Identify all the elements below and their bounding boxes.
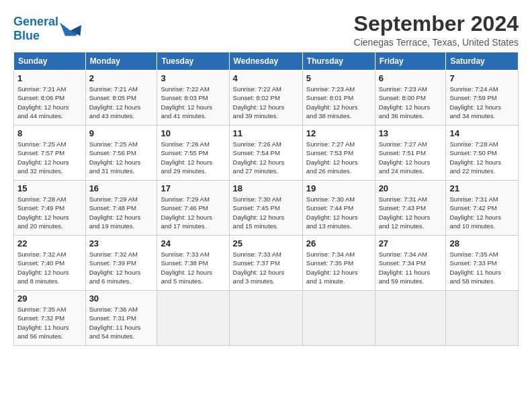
logo-text: General Blue <box>13 15 58 42</box>
calendar-day-cell: 3Sunrise: 7:22 AM Sunset: 8:03 PM Daylig… <box>157 71 229 126</box>
calendar-day-cell: 30Sunrise: 7:36 AM Sunset: 7:31 PM Dayli… <box>85 291 157 346</box>
calendar-day-cell <box>229 291 302 346</box>
day-number: 15 <box>17 183 82 193</box>
calendar-day-cell: 5Sunrise: 7:23 AM Sunset: 8:01 PM Daylig… <box>302 71 375 126</box>
calendar-day-cell: 24Sunrise: 7:33 AM Sunset: 7:38 PM Dayli… <box>157 236 229 291</box>
day-number: 19 <box>306 183 371 193</box>
day-number: 16 <box>89 183 154 193</box>
day-info: Sunrise: 7:22 AM Sunset: 8:03 PM Dayligh… <box>161 85 225 120</box>
calendar-day-header: Saturday <box>446 52 519 71</box>
day-info: Sunrise: 7:24 AM Sunset: 7:59 PM Dayligh… <box>449 85 515 120</box>
day-number: 4 <box>233 73 299 83</box>
day-info: Sunrise: 7:25 AM Sunset: 7:57 PM Dayligh… <box>17 140 82 175</box>
calendar-day-cell: 8Sunrise: 7:25 AM Sunset: 7:57 PM Daylig… <box>14 126 86 181</box>
calendar-day-cell: 7Sunrise: 7:24 AM Sunset: 7:59 PM Daylig… <box>446 71 519 126</box>
day-info: Sunrise: 7:29 AM Sunset: 7:46 PM Dayligh… <box>161 195 225 230</box>
day-number: 22 <box>17 238 82 248</box>
day-info: Sunrise: 7:31 AM Sunset: 7:42 PM Dayligh… <box>449 195 515 230</box>
day-number: 1 <box>17 73 82 83</box>
day-number: 8 <box>17 128 82 138</box>
calendar-day-cell: 23Sunrise: 7:32 AM Sunset: 7:39 PM Dayli… <box>85 236 157 291</box>
calendar-week-row: 15Sunrise: 7:28 AM Sunset: 7:49 PM Dayli… <box>14 181 519 236</box>
calendar-day-cell: 21Sunrise: 7:31 AM Sunset: 7:42 PM Dayli… <box>446 181 519 236</box>
day-info: Sunrise: 7:35 AM Sunset: 7:32 PM Dayligh… <box>17 305 82 340</box>
day-number: 30 <box>89 293 154 304</box>
calendar-day-cell: 17Sunrise: 7:29 AM Sunset: 7:46 PM Dayli… <box>157 181 229 236</box>
day-number: 29 <box>17 293 82 304</box>
day-info: Sunrise: 7:29 AM Sunset: 7:48 PM Dayligh… <box>89 195 154 230</box>
day-number: 18 <box>233 183 299 193</box>
calendar-day-cell: 27Sunrise: 7:34 AM Sunset: 7:34 PM Dayli… <box>375 236 446 291</box>
day-number: 7 <box>449 73 515 83</box>
calendar-day-cell: 29Sunrise: 7:35 AM Sunset: 7:32 PM Dayli… <box>14 291 86 346</box>
page: General Blue September 2024 Cienegas Ter… <box>0 0 532 353</box>
day-number: 3 <box>161 73 225 83</box>
day-info: Sunrise: 7:22 AM Sunset: 8:02 PM Dayligh… <box>233 85 299 120</box>
day-info: Sunrise: 7:32 AM Sunset: 7:39 PM Dayligh… <box>89 250 154 285</box>
day-info: Sunrise: 7:33 AM Sunset: 7:38 PM Dayligh… <box>161 250 225 285</box>
calendar-day-header: Monday <box>85 52 157 71</box>
calendar-week-row: 1Sunrise: 7:21 AM Sunset: 8:06 PM Daylig… <box>14 71 519 126</box>
day-info: Sunrise: 7:25 AM Sunset: 7:56 PM Dayligh… <box>89 140 154 175</box>
calendar-day-cell: 9Sunrise: 7:25 AM Sunset: 7:56 PM Daylig… <box>85 126 157 181</box>
calendar-day-cell: 14Sunrise: 7:28 AM Sunset: 7:50 PM Dayli… <box>446 126 519 181</box>
calendar-day-cell <box>375 291 446 346</box>
day-number: 5 <box>306 73 371 83</box>
day-info: Sunrise: 7:30 AM Sunset: 7:44 PM Dayligh… <box>306 195 371 230</box>
day-info: Sunrise: 7:35 AM Sunset: 7:33 PM Dayligh… <box>449 250 515 285</box>
day-number: 9 <box>89 128 154 138</box>
day-number: 17 <box>161 183 225 193</box>
day-info: Sunrise: 7:21 AM Sunset: 8:06 PM Dayligh… <box>17 85 82 120</box>
day-info: Sunrise: 7:27 AM Sunset: 7:51 PM Dayligh… <box>379 140 443 175</box>
day-info: Sunrise: 7:30 AM Sunset: 7:45 PM Dayligh… <box>233 195 299 230</box>
header: General Blue September 2024 Cienegas Ter… <box>13 12 519 48</box>
calendar-day-cell: 15Sunrise: 7:28 AM Sunset: 7:49 PM Dayli… <box>14 181 86 236</box>
subtitle: Cienegas Terrace, Texas, United States <box>354 37 519 48</box>
day-number: 2 <box>89 73 154 83</box>
logo: General Blue <box>13 15 81 42</box>
day-number: 6 <box>379 73 443 83</box>
title-block: September 2024 Cienegas Terrace, Texas, … <box>354 12 519 48</box>
calendar-day-cell: 22Sunrise: 7:32 AM Sunset: 7:40 PM Dayli… <box>14 236 86 291</box>
day-number: 11 <box>233 128 299 138</box>
calendar-day-header: Thursday <box>302 52 375 71</box>
calendar-day-cell: 25Sunrise: 7:33 AM Sunset: 7:37 PM Dayli… <box>229 236 302 291</box>
calendar-week-row: 22Sunrise: 7:32 AM Sunset: 7:40 PM Dayli… <box>14 236 519 291</box>
calendar-day-header: Tuesday <box>157 52 229 71</box>
day-number: 14 <box>449 128 515 138</box>
calendar-day-cell: 26Sunrise: 7:34 AM Sunset: 7:35 PM Dayli… <box>302 236 375 291</box>
day-number: 24 <box>161 238 225 248</box>
day-info: Sunrise: 7:36 AM Sunset: 7:31 PM Dayligh… <box>89 305 154 340</box>
calendar-week-row: 8Sunrise: 7:25 AM Sunset: 7:57 PM Daylig… <box>14 126 519 181</box>
day-number: 26 <box>306 238 371 248</box>
day-info: Sunrise: 7:23 AM Sunset: 8:00 PM Dayligh… <box>379 85 443 120</box>
calendar-day-cell <box>446 291 519 346</box>
calendar-day-cell <box>157 291 229 346</box>
day-info: Sunrise: 7:27 AM Sunset: 7:53 PM Dayligh… <box>306 140 371 175</box>
calendar-day-cell: 1Sunrise: 7:21 AM Sunset: 8:06 PM Daylig… <box>14 71 86 126</box>
day-info: Sunrise: 7:21 AM Sunset: 8:05 PM Dayligh… <box>89 85 154 120</box>
main-title: September 2024 <box>354 12 519 36</box>
day-info: Sunrise: 7:26 AM Sunset: 7:55 PM Dayligh… <box>161 140 225 175</box>
calendar-week-row: 29Sunrise: 7:35 AM Sunset: 7:32 PM Dayli… <box>14 291 519 346</box>
day-number: 12 <box>306 128 371 138</box>
day-info: Sunrise: 7:26 AM Sunset: 7:54 PM Dayligh… <box>233 140 299 175</box>
calendar-day-cell <box>302 291 375 346</box>
calendar-table: SundayMondayTuesdayWednesdayThursdayFrid… <box>13 52 519 346</box>
day-number: 28 <box>449 238 515 248</box>
calendar-day-cell: 4Sunrise: 7:22 AM Sunset: 8:02 PM Daylig… <box>229 71 302 126</box>
day-number: 21 <box>449 183 515 193</box>
day-info: Sunrise: 7:33 AM Sunset: 7:37 PM Dayligh… <box>233 250 299 285</box>
calendar-day-cell: 13Sunrise: 7:27 AM Sunset: 7:51 PM Dayli… <box>375 126 446 181</box>
calendar-day-header: Friday <box>375 52 446 71</box>
calendar-day-cell: 19Sunrise: 7:30 AM Sunset: 7:44 PM Dayli… <box>302 181 375 236</box>
logo-icon <box>60 19 81 38</box>
day-info: Sunrise: 7:34 AM Sunset: 7:34 PM Dayligh… <box>379 250 443 285</box>
day-number: 25 <box>233 238 299 248</box>
day-number: 10 <box>161 128 225 138</box>
day-info: Sunrise: 7:32 AM Sunset: 7:40 PM Dayligh… <box>17 250 82 285</box>
day-info: Sunrise: 7:28 AM Sunset: 7:49 PM Dayligh… <box>17 195 82 230</box>
day-info: Sunrise: 7:28 AM Sunset: 7:50 PM Dayligh… <box>449 140 515 175</box>
day-number: 13 <box>379 128 443 138</box>
day-info: Sunrise: 7:34 AM Sunset: 7:35 PM Dayligh… <box>306 250 371 285</box>
